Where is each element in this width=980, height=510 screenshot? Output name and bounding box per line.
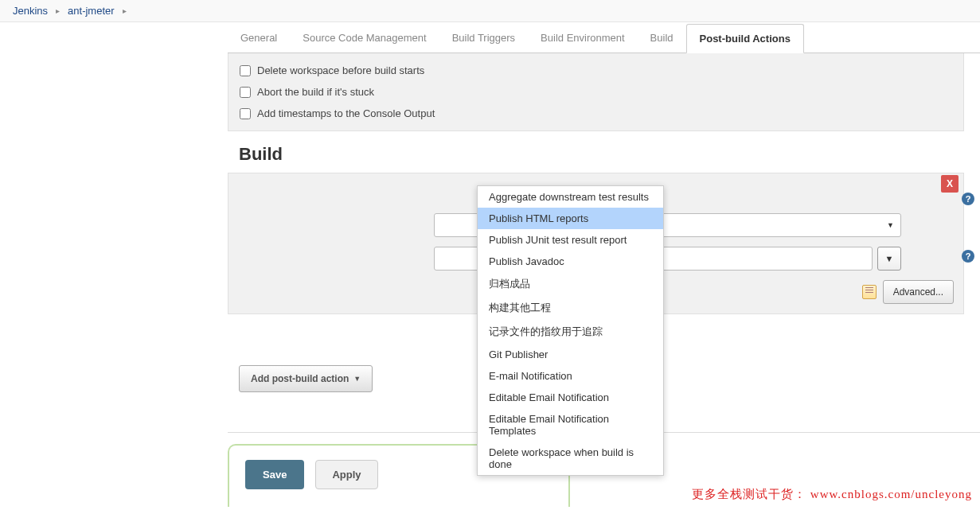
build-section-title: Build [228,131,980,173]
checkbox-abort-stuck[interactable] [240,87,251,98]
left-spacer [0,22,228,507]
menu-item-fingerprint[interactable]: 记录文件的指纹用于追踪 [478,320,663,344]
check-label: Delete workspace before build starts [257,64,424,76]
breadcrumb: Jenkins ▸ ant-jmeter ▸ [0,0,980,22]
menu-item-email[interactable]: E-mail Notification [478,365,663,387]
build-env-section: Delete workspace before build starts Abo… [228,53,964,131]
chevron-right-icon: ▸ [119,6,130,15]
tab-env[interactable]: Build Environment [528,24,638,53]
menu-item-git-publisher[interactable]: Git Publisher [478,344,663,365]
help-icon[interactable]: ? [962,250,974,263]
tab-scm[interactable]: Source Code Management [290,24,439,53]
tab-build[interactable]: Build [638,24,686,53]
post-build-dropdown-menu: Aggregate downstream test results Publis… [477,185,664,476]
notepad-icon [862,285,877,299]
menu-item-delete-ws-done[interactable]: Delete workspace when build is done [478,442,663,475]
check-label: Abort the build if it's stuck [257,86,374,98]
menu-item-publish-junit[interactable]: Publish JUnit test result report [478,229,663,251]
chevron-down-icon: ▼ [887,221,894,229]
check-delete-workspace[interactable]: Delete workspace before build starts [228,60,963,81]
menu-item-editable-email-tpl[interactable]: Editable Email Notification Templates [478,408,663,442]
menu-item-build-other[interactable]: 构建其他工程 [478,296,663,320]
save-button[interactable]: Save [245,460,304,489]
advanced-button[interactable]: Advanced... [883,280,954,304]
dropdown-button[interactable]: ▼ [877,247,901,271]
apply-button[interactable]: Apply [315,460,377,489]
tab-general[interactable]: General [228,24,290,53]
close-icon[interactable]: X [941,175,959,193]
config-tabs: General Source Code Management Build Tri… [228,24,980,53]
menu-item-publish-javadoc[interactable]: Publish Javadoc [478,251,663,272]
menu-item-editable-email[interactable]: Editable Email Notification [478,387,663,408]
breadcrumb-root[interactable]: Jenkins [8,5,53,17]
help-icon[interactable]: ? [962,193,974,205]
add-post-build-action-button[interactable]: Add post-build action ▼ [239,365,373,392]
menu-item-publish-html[interactable]: Publish HTML reports [478,208,663,229]
check-timestamps[interactable]: Add timestamps to the Console Output [228,103,963,124]
menu-item-archive[interactable]: 归档成品 [478,272,663,296]
add-post-build-label: Add post-build action [251,373,349,384]
footer-watermark: 更多全栈测试干货： www.cnblogs.com/uncleyong [692,487,972,502]
breadcrumb-project[interactable]: ant-jmeter [63,5,119,17]
chevron-down-icon: ▼ [885,254,894,263]
check-abort-stuck[interactable]: Abort the build if it's stuck [228,81,963,103]
checkbox-delete-workspace[interactable] [240,65,251,76]
check-label: Add timestamps to the Console Output [257,107,435,119]
tab-post-build[interactable]: Post-build Actions [686,24,804,53]
chevron-right-icon: ▸ [53,6,63,15]
menu-item-aggregate[interactable]: Aggregate downstream test results [478,186,663,208]
tab-triggers[interactable]: Build Triggers [439,24,528,53]
chevron-down-icon: ▼ [353,375,361,383]
checkbox-timestamps[interactable] [240,108,251,119]
